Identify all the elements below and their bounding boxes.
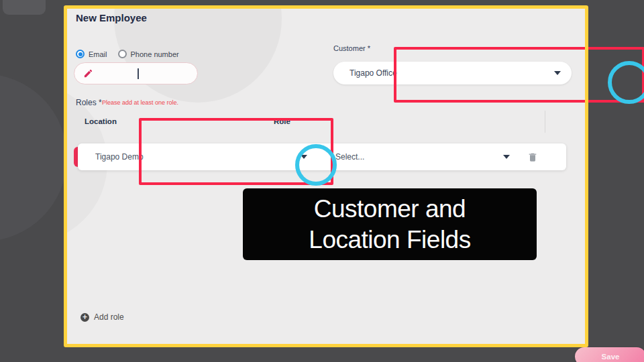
modal-content: New Employee Email Phone number Customer… — [67, 9, 585, 344]
role-table-row: Tigapo Demo Select... — [74, 143, 566, 170]
customer-dropdown-value: Tigapo Office — [350, 68, 554, 78]
role-dropdown-placeholder: Select... — [335, 152, 503, 162]
chevron-down-icon[interactable] — [301, 155, 307, 159]
save-button[interactable]: Save — [575, 347, 644, 362]
role-dropdown[interactable]: Select... — [317, 152, 510, 162]
caption-line-2: Location Fields — [309, 225, 470, 255]
caption-line-1: Customer and — [314, 194, 466, 225]
delete-row-button[interactable] — [527, 152, 538, 162]
phone-radio[interactable] — [118, 50, 127, 58]
background-circle-shape — [0, 74, 67, 241]
chevron-down-icon[interactable] — [554, 71, 561, 75]
phone-radio-label[interactable]: Phone number — [131, 50, 179, 58]
background-chip-shape — [3, 0, 46, 15]
trash-icon — [527, 152, 538, 162]
chevron-down-icon[interactable] — [503, 155, 510, 159]
customer-dropdown-circle-annotation — [608, 61, 644, 104]
email-radio-label[interactable]: Email — [89, 50, 107, 58]
location-dropdown-value: Tigapo Demo — [95, 152, 301, 162]
location-dropdown[interactable]: Tigapo Demo — [78, 152, 317, 162]
plus-circle-icon — [80, 313, 89, 322]
contact-method-radio-group: Email Phone number — [76, 50, 186, 58]
save-button-label: Save — [602, 353, 620, 361]
roles-validation-message: Please add at least one role. — [102, 99, 178, 106]
customer-dropdown[interactable]: Tigapo Office — [333, 62, 572, 84]
header-divider — [545, 111, 545, 133]
email-input[interactable] — [74, 62, 198, 84]
page-title: New Employee — [76, 12, 147, 23]
roles-section-label: Roles * — [76, 98, 102, 107]
add-role-label: Add role — [94, 312, 124, 322]
row-surface: Tigapo Demo Select... — [78, 143, 566, 170]
column-header-role: Role — [274, 117, 290, 125]
customer-field-label: Customer * — [333, 44, 370, 52]
caption-overlay: Customer and Location Fields — [243, 188, 537, 260]
pencil-icon — [83, 68, 93, 78]
text-cursor — [138, 68, 139, 79]
add-role-button[interactable]: Add role — [80, 312, 124, 322]
column-header-location: Location — [85, 117, 117, 125]
email-radio[interactable] — [76, 50, 85, 58]
